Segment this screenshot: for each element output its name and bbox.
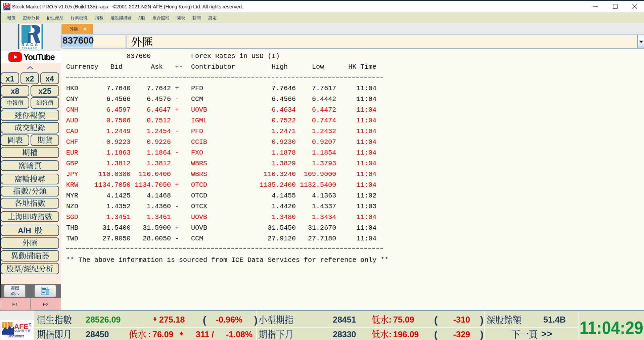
- svg-text:RAGA: RAGA: [21, 43, 39, 47]
- svg-text:FINANCE: FINANCE: [22, 47, 38, 49]
